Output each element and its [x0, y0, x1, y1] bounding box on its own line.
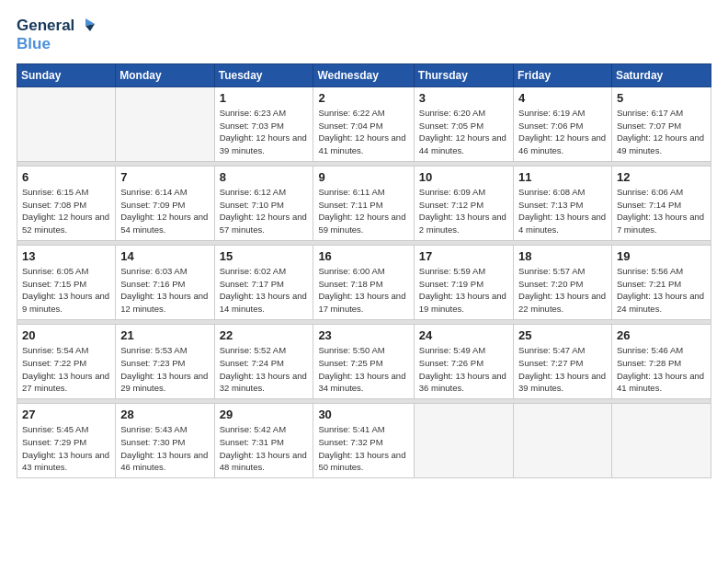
day-number: 20	[22, 328, 110, 342]
calendar-cell	[116, 86, 214, 161]
day-info: Sunrise: 6:17 AM Sunset: 7:07 PM Dayligh…	[617, 107, 706, 157]
calendar-cell: 22Sunrise: 5:52 AM Sunset: 7:24 PM Dayli…	[214, 324, 313, 398]
day-number: 15	[220, 249, 309, 263]
day-number: 28	[120, 408, 209, 421]
day-info: Sunrise: 6:06 AM Sunset: 7:14 PM Dayligh…	[617, 186, 706, 236]
day-info: Sunrise: 6:03 AM Sunset: 7:16 PM Dayligh…	[120, 265, 209, 316]
logo: General Blue	[17, 17, 97, 54]
day-number: 23	[318, 328, 408, 342]
calendar-cell: 8Sunrise: 6:12 AM Sunset: 7:10 PM Daylig…	[214, 166, 313, 240]
page-header: General Blue	[17, 17, 711, 54]
day-number: 17	[419, 249, 508, 263]
day-number: 16	[318, 249, 408, 263]
day-number: 12	[617, 170, 706, 184]
logo-general: General	[17, 17, 74, 35]
day-info: Sunrise: 6:22 AM Sunset: 7:04 PM Dayligh…	[318, 107, 408, 157]
day-number: 11	[518, 170, 607, 184]
calendar-header-row: SundayMondayTuesdayWednesdayThursdayFrid…	[17, 63, 711, 86]
calendar-cell: 16Sunrise: 6:00 AM Sunset: 7:18 PM Dayli…	[313, 245, 414, 319]
calendar-cell: 7Sunrise: 6:14 AM Sunset: 7:09 PM Daylig…	[116, 166, 214, 240]
calendar-cell: 27Sunrise: 5:45 AM Sunset: 7:29 PM Dayli…	[17, 404, 116, 478]
day-number: 18	[518, 249, 607, 263]
calendar-cell: 10Sunrise: 6:09 AM Sunset: 7:12 PM Dayli…	[414, 166, 513, 240]
day-number: 24	[419, 328, 508, 342]
day-number: 6	[22, 170, 110, 184]
calendar-cell: 13Sunrise: 6:05 AM Sunset: 7:15 PM Dayli…	[17, 245, 116, 319]
day-number: 30	[318, 408, 408, 421]
calendar-table: SundayMondayTuesdayWednesdayThursdayFrid…	[17, 63, 711, 478]
calendar-week-row: 27Sunrise: 5:45 AM Sunset: 7:29 PM Dayli…	[17, 404, 711, 478]
calendar-cell: 6Sunrise: 6:15 AM Sunset: 7:08 PM Daylig…	[17, 166, 116, 240]
calendar-cell: 25Sunrise: 5:47 AM Sunset: 7:27 PM Dayli…	[514, 324, 612, 398]
calendar-cell: 5Sunrise: 6:17 AM Sunset: 7:07 PM Daylig…	[611, 86, 711, 161]
day-info: Sunrise: 5:52 AM Sunset: 7:24 PM Dayligh…	[220, 344, 309, 395]
day-number: 5	[617, 91, 706, 105]
calendar-cell	[414, 404, 513, 478]
weekday-header: Monday	[116, 63, 214, 86]
day-info: Sunrise: 5:56 AM Sunset: 7:21 PM Dayligh…	[617, 265, 706, 316]
day-info: Sunrise: 5:41 AM Sunset: 7:32 PM Dayligh…	[318, 423, 408, 474]
day-info: Sunrise: 5:42 AM Sunset: 7:31 PM Dayligh…	[220, 423, 309, 474]
day-info: Sunrise: 5:53 AM Sunset: 7:23 PM Dayligh…	[120, 344, 209, 395]
day-info: Sunrise: 6:14 AM Sunset: 7:09 PM Dayligh…	[120, 186, 209, 236]
day-number: 25	[518, 328, 607, 342]
day-number: 8	[220, 170, 309, 184]
logo-bird-icon	[76, 17, 97, 35]
day-number: 22	[220, 328, 309, 342]
calendar-cell: 18Sunrise: 5:57 AM Sunset: 7:20 PM Dayli…	[514, 245, 612, 319]
calendar-week-row: 1Sunrise: 6:23 AM Sunset: 7:03 PM Daylig…	[17, 86, 711, 161]
logo-blue: Blue	[17, 35, 51, 53]
calendar-cell: 2Sunrise: 6:22 AM Sunset: 7:04 PM Daylig…	[313, 86, 414, 161]
calendar-cell: 12Sunrise: 6:06 AM Sunset: 7:14 PM Dayli…	[611, 166, 711, 240]
day-number: 9	[318, 170, 408, 184]
day-info: Sunrise: 5:45 AM Sunset: 7:29 PM Dayligh…	[22, 423, 110, 474]
day-number: 3	[419, 91, 508, 105]
day-info: Sunrise: 5:59 AM Sunset: 7:19 PM Dayligh…	[419, 265, 508, 316]
calendar-cell: 29Sunrise: 5:42 AM Sunset: 7:31 PM Dayli…	[214, 404, 313, 478]
calendar-cell: 14Sunrise: 6:03 AM Sunset: 7:16 PM Dayli…	[116, 245, 214, 319]
day-number: 4	[518, 91, 607, 105]
day-number: 10	[419, 170, 508, 184]
calendar-cell	[17, 86, 116, 161]
weekday-header: Friday	[514, 63, 612, 86]
day-number: 27	[22, 408, 110, 421]
weekday-header: Wednesday	[313, 63, 414, 86]
calendar-week-row: 13Sunrise: 6:05 AM Sunset: 7:15 PM Dayli…	[17, 245, 711, 319]
day-number: 2	[318, 91, 408, 105]
day-info: Sunrise: 6:23 AM Sunset: 7:03 PM Dayligh…	[220, 107, 309, 157]
day-info: Sunrise: 5:54 AM Sunset: 7:22 PM Dayligh…	[22, 344, 110, 395]
day-info: Sunrise: 5:49 AM Sunset: 7:26 PM Dayligh…	[419, 344, 508, 395]
calendar-cell: 24Sunrise: 5:49 AM Sunset: 7:26 PM Dayli…	[414, 324, 513, 398]
day-number: 29	[220, 408, 309, 421]
calendar-cell	[611, 404, 711, 478]
day-number: 13	[22, 249, 110, 263]
day-info: Sunrise: 5:50 AM Sunset: 7:25 PM Dayligh…	[318, 344, 408, 395]
calendar-cell: 4Sunrise: 6:19 AM Sunset: 7:06 PM Daylig…	[514, 86, 612, 161]
day-number: 1	[220, 91, 309, 105]
calendar-cell: 23Sunrise: 5:50 AM Sunset: 7:25 PM Dayli…	[313, 324, 414, 398]
calendar-cell: 17Sunrise: 5:59 AM Sunset: 7:19 PM Dayli…	[414, 245, 513, 319]
day-info: Sunrise: 5:57 AM Sunset: 7:20 PM Dayligh…	[518, 265, 607, 316]
day-info: Sunrise: 6:09 AM Sunset: 7:12 PM Dayligh…	[419, 186, 508, 236]
day-number: 26	[617, 328, 706, 342]
weekday-header: Saturday	[611, 63, 711, 86]
day-info: Sunrise: 6:15 AM Sunset: 7:08 PM Dayligh…	[22, 186, 110, 236]
weekday-header: Tuesday	[214, 63, 313, 86]
calendar-cell: 1Sunrise: 6:23 AM Sunset: 7:03 PM Daylig…	[214, 86, 313, 161]
day-info: Sunrise: 5:47 AM Sunset: 7:27 PM Dayligh…	[518, 344, 607, 395]
calendar-cell: 30Sunrise: 5:41 AM Sunset: 7:32 PM Dayli…	[313, 404, 414, 478]
day-info: Sunrise: 6:05 AM Sunset: 7:15 PM Dayligh…	[22, 265, 110, 316]
day-info: Sunrise: 6:00 AM Sunset: 7:18 PM Dayligh…	[318, 265, 408, 316]
day-number: 19	[617, 249, 706, 263]
calendar-cell: 11Sunrise: 6:08 AM Sunset: 7:13 PM Dayli…	[514, 166, 612, 240]
day-info: Sunrise: 6:11 AM Sunset: 7:11 PM Dayligh…	[318, 186, 408, 236]
day-number: 21	[120, 328, 209, 342]
calendar-cell: 28Sunrise: 5:43 AM Sunset: 7:30 PM Dayli…	[116, 404, 214, 478]
calendar-cell	[514, 404, 612, 478]
calendar-cell: 26Sunrise: 5:46 AM Sunset: 7:28 PM Dayli…	[611, 324, 711, 398]
calendar-cell: 20Sunrise: 5:54 AM Sunset: 7:22 PM Dayli…	[17, 324, 116, 398]
calendar-week-row: 20Sunrise: 5:54 AM Sunset: 7:22 PM Dayli…	[17, 324, 711, 398]
day-info: Sunrise: 6:20 AM Sunset: 7:05 PM Dayligh…	[419, 107, 508, 157]
day-number: 14	[120, 249, 209, 263]
day-info: Sunrise: 6:19 AM Sunset: 7:06 PM Dayligh…	[518, 107, 607, 157]
